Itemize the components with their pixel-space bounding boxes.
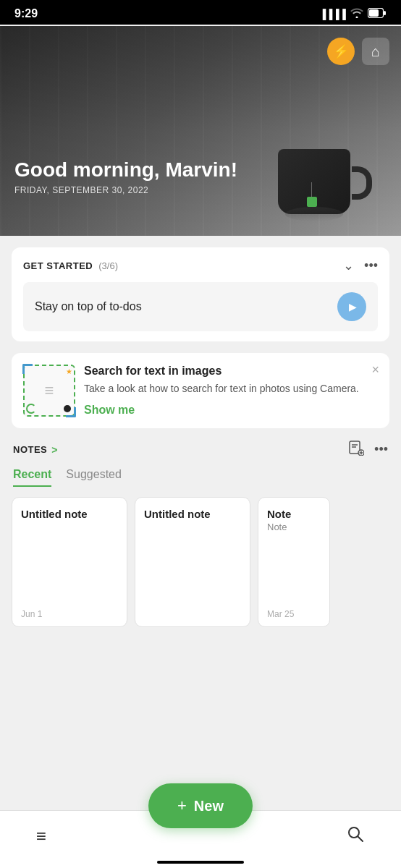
note-card-3-title: Note (267, 508, 321, 520)
bolt-button[interactable]: ⚡ (327, 38, 355, 65)
home-button[interactable]: ⌂ (362, 38, 389, 65)
promo-content: Search for text in images Take a look at… (84, 365, 378, 417)
fab-container: + New (148, 783, 253, 828)
mug-handle (352, 166, 372, 200)
get-started-section: GET STARTED (3/6) ⌄ ••• Stay on top of t… (12, 247, 389, 341)
promo-inner: ★ Search for text in images Take a look … (23, 365, 378, 417)
svg-line-10 (358, 836, 363, 841)
notes-grid: Untitled note Jun 1 Untitled note Note N… (12, 497, 389, 630)
hero-date: FRIDAY, SEPTEMBER 30, 2022 (14, 185, 237, 195)
promo-card: × ★ Search for text in images Take a loo… (12, 353, 389, 428)
play-button[interactable] (337, 292, 366, 321)
promo-show-me-link[interactable]: Show me (84, 404, 363, 417)
notes-header-right: ••• (348, 440, 388, 459)
svg-rect-2 (369, 9, 379, 17)
loading-arc (26, 404, 36, 414)
battery-icon (368, 8, 387, 20)
fab-plus-icon: + (177, 796, 187, 815)
collapse-icon[interactable]: ⌄ (343, 258, 354, 273)
corner-tl (22, 364, 33, 374)
hero-section: ⚡ ⌂ Good morning, Marvin! FRIDAY, SEPTEM… (0, 26, 401, 236)
notes-more-icon[interactable]: ••• (374, 442, 388, 457)
fab-label: New (194, 798, 224, 814)
get-started-header-right: ⌄ ••• (343, 258, 378, 273)
todo-text: Stay on top of to-dos (35, 300, 142, 313)
notes-title: NOTES (13, 444, 47, 455)
star-icon: ★ (66, 367, 72, 375)
get-started-count: (3/6) (98, 260, 118, 271)
hero-mug-illustration (278, 127, 372, 214)
status-bar: 9:29 ▐▐▐▐ (0, 0, 401, 25)
get-started-header-left: GET STARTED (3/6) (23, 260, 118, 271)
promo-title: Search for text in images (84, 365, 363, 378)
note-card-2-title: Untitled note (144, 508, 241, 520)
main-content: GET STARTED (3/6) ⌄ ••• Stay on top of t… (0, 236, 401, 630)
signal-icon: ▐▐▐▐ (319, 9, 346, 20)
status-icons: ▐▐▐▐ (319, 8, 387, 20)
mug-reflection (285, 207, 343, 221)
dot-br (64, 405, 71, 412)
more-options-icon[interactable]: ••• (364, 258, 378, 273)
note-card-1-title: Untitled note (21, 508, 118, 520)
promo-description: Take a look at how to search for text in… (84, 382, 363, 396)
note-card-2[interactable]: Untitled note (135, 497, 250, 627)
svg-rect-1 (384, 11, 386, 15)
notes-header: NOTES > ••• (12, 440, 389, 459)
new-note-icon[interactable] (348, 440, 364, 459)
nav-search-icon[interactable] (346, 825, 365, 848)
get-started-title: GET STARTED (23, 260, 93, 271)
notes-arrow-icon[interactable]: > (51, 444, 57, 456)
tab-suggested[interactable]: Suggested (66, 468, 122, 487)
hero-greeting: Good morning, Marvin! FRIDAY, SEPTEMBER … (14, 158, 237, 195)
note-card-3[interactable]: Note Note Mar 25 (258, 497, 330, 627)
note-card-1-date: Jun 1 (21, 609, 118, 619)
notes-title-area: NOTES > (13, 444, 57, 456)
home-indicator (157, 861, 244, 864)
notes-tabs: Recent Suggested (12, 468, 389, 487)
hero-top-icons: ⚡ ⌂ (327, 38, 389, 65)
note-card-3-subtitle: Note (267, 522, 321, 532)
mug-tag (307, 197, 317, 207)
new-note-fab-button[interactable]: + New (148, 783, 253, 828)
wifi-icon (350, 8, 363, 20)
greeting-text: Good morning, Marvin! (14, 158, 237, 182)
tab-recent[interactable]: Recent (13, 468, 51, 487)
note-card-1[interactable]: Untitled note Jun 1 (12, 497, 127, 627)
nav-menu-icon[interactable]: ≡ (36, 826, 46, 846)
status-time: 9:29 (14, 7, 38, 20)
promo-close-button[interactable]: × (371, 363, 379, 376)
todo-item: Stay on top of to-dos (23, 282, 378, 331)
promo-img-inner: ★ (23, 365, 75, 417)
get-started-header: GET STARTED (3/6) ⌄ ••• (23, 258, 378, 273)
note-card-3-date: Mar 25 (267, 609, 321, 619)
promo-image: ★ (23, 365, 75, 417)
notes-section: NOTES > ••• Recent Sugg (12, 440, 389, 630)
